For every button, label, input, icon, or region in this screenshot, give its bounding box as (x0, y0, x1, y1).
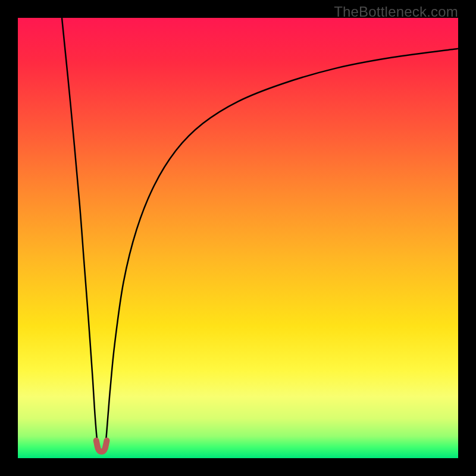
gradient-background (18, 18, 458, 458)
chart-container: TheBottleneck.com (0, 0, 476, 476)
watermark-text: TheBottleneck.com (334, 4, 458, 20)
bottleneck-chart (18, 18, 458, 458)
